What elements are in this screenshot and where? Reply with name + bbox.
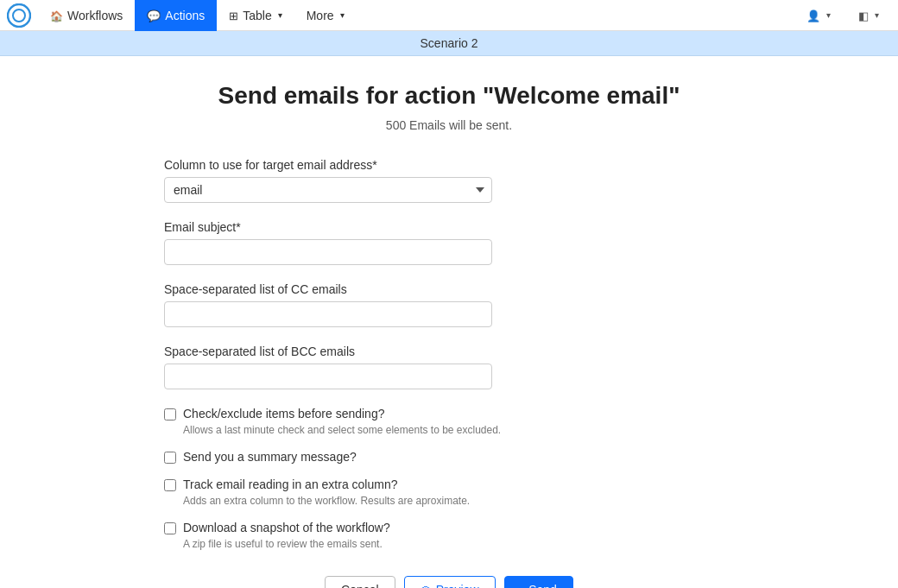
email-column-group: Column to use for target email address* … [164,158,734,203]
cc-label: Space-separated list of CC emails [164,282,734,296]
page-title: Send emails for action "Welcome email" [164,82,734,110]
cancel-button[interactable]: Cancel [325,576,395,588]
track-hint: Adds an extra column to the workflow. Re… [183,495,734,507]
scenario-bar: Scenario 2 [0,31,898,56]
nav-user[interactable]: ▾ [794,0,843,31]
email-column-select[interactable]: email [164,177,492,203]
navbar: Workflows Actions Table ▾ More ▾ ▾ ▾ [0,0,898,31]
nav-actions-label: Actions [165,9,205,22]
send-label: Send [528,583,557,588]
nav-workflows-label: Workflows [67,9,123,22]
preview-button[interactable]: Preview [404,576,496,588]
email-subject-input[interactable] [164,239,492,265]
email-subject-group: Email subject* [164,220,734,265]
cancel-label: Cancel [341,583,379,588]
user-icon [806,9,820,22]
check-exclude-row: Check/exclude items before sending? [164,407,734,420]
preview-label: Preview [436,583,479,588]
layers-caret: ▾ [875,10,879,20]
bcc-group: Space-separated list of BCC emails [164,345,734,389]
email-column-label: Column to use for target email address* [164,158,734,172]
nav-more[interactable]: More ▾ [294,0,357,31]
track-group: Track email reading in an extra column? … [164,477,734,507]
navbar-right: ▾ ▾ [794,0,891,31]
svg-point-1 [13,9,25,22]
nav-more-label: More [307,9,334,22]
email-subject-label: Email subject* [164,220,734,234]
snapshot-hint: A zip file is useful to review the email… [183,538,734,550]
nav-table-label: Table [243,9,271,22]
table-icon [229,9,238,22]
eye-icon [421,583,432,588]
page-subtitle: 500 Emails will be sent. [164,118,734,132]
app-logo[interactable] [7,3,31,28]
cc-group: Space-separated list of CC emails [164,282,734,327]
summary-checkbox[interactable] [164,452,176,464]
user-caret: ▾ [826,10,831,20]
track-checkbox[interactable] [164,479,176,491]
bcc-label: Space-separated list of BCC emails [164,345,734,358]
bcc-input[interactable] [164,364,492,389]
nav-workflows[interactable]: Workflows [38,0,135,31]
track-row: Track email reading in an extra column? [164,477,734,491]
scenario-label: Scenario 2 [421,36,478,50]
check-exclude-group: Check/exclude items before sending? Allo… [164,407,734,436]
main-content: Send emails for action "Welcome email" 5… [147,56,751,588]
nav-actions[interactable]: Actions [135,0,217,31]
layers-icon [858,9,869,22]
summary-group: Send you a summary message? [164,450,734,464]
nav-table[interactable]: Table ▾ [217,0,294,31]
check-exclude-label[interactable]: Check/exclude items before sending? [183,407,384,420]
summary-label[interactable]: Send you a summary message? [183,450,357,464]
svg-point-0 [8,4,30,27]
send-icon: › [521,583,525,588]
nav-layers[interactable]: ▾ [846,0,891,31]
send-button[interactable]: › Send [504,576,573,588]
check-exclude-hint: Allows a last minute check and select so… [183,424,734,436]
form-footer: Cancel Preview › Send [164,576,734,588]
snapshot-checkbox[interactable] [164,522,176,534]
check-exclude-checkbox[interactable] [164,408,176,420]
table-caret: ▾ [278,10,282,20]
cc-input[interactable] [164,301,492,327]
snapshot-label[interactable]: Download a snapshot of the workflow? [183,521,390,534]
chat-icon [147,9,161,22]
snapshot-row: Download a snapshot of the workflow? [164,521,734,534]
home-icon [50,9,63,22]
more-caret: ▾ [340,10,345,20]
snapshot-group: Download a snapshot of the workflow? A z… [164,521,734,550]
track-label[interactable]: Track email reading in an extra column? [183,477,398,491]
summary-row: Send you a summary message? [164,450,734,464]
